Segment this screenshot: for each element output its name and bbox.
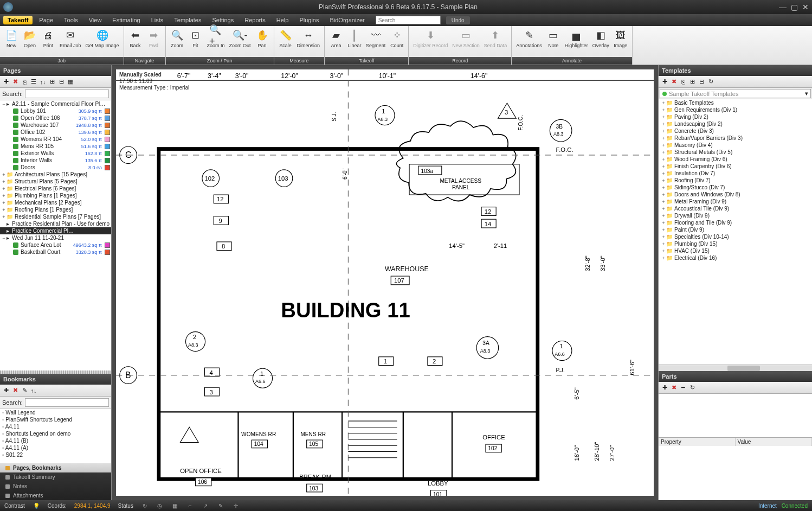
pages-tree[interactable]: −▸A2.11 - Sample Commercial Floor Pl…Lob…: [0, 100, 111, 371]
tmpl-refresh-icon[interactable]: ↻: [707, 78, 714, 86]
template-folder[interactable]: +📁Plumbing (Div 15): [659, 240, 812, 247]
drawing-canvas[interactable]: Manually Scaled 17.90 ± 11.09 Measuremen…: [112, 65, 658, 500]
undo-button[interactable]: Undo: [446, 16, 470, 24]
menu-reports[interactable]: Reports: [240, 16, 270, 24]
template-folder[interactable]: +📁Insulation (Div 7): [659, 170, 812, 177]
left-tab-notes[interactable]: Notes: [0, 482, 111, 491]
template-folder[interactable]: +📁Rebar/Vapor Barriers (Div 3): [659, 135, 812, 142]
ribbon-zoom-in[interactable]: 🔍+Zoom In: [205, 28, 227, 55]
ribbon-annotations[interactable]: ✎Annotations: [514, 28, 544, 55]
left-tab-takeoff-summary[interactable]: Takeoff Summary: [0, 472, 111, 482]
takeoff-item[interactable]: Exterior Walls162.8 π: [0, 150, 111, 157]
templates-scrollbar[interactable]: [659, 365, 812, 371]
ribbon-open[interactable]: 📂Open: [21, 28, 39, 55]
ribbon-back[interactable]: ⬅Back: [126, 28, 145, 55]
close-button[interactable]: ✕: [802, 3, 809, 11]
template-folder[interactable]: +📁Concrete (Div 3): [659, 127, 812, 135]
tmpl-del-icon[interactable]: ✖: [670, 78, 678, 86]
bookmark-item[interactable]: ▫ S01.22: [0, 451, 111, 458]
takeoff-item[interactable]: Basketball Court3320.3 sq π: [0, 248, 111, 256]
ribbon-image[interactable]: 🖼Image: [611, 28, 630, 55]
template-folder[interactable]: +📁Wood Framing (Div 6): [659, 156, 812, 163]
ribbon-print[interactable]: 🖨Print: [39, 28, 57, 55]
parts-refresh-icon[interactable]: ↻: [688, 384, 696, 392]
left-tab-pages-bookmarks[interactable]: Pages, Bookmarks: [0, 463, 111, 472]
pages-search-input[interactable]: [25, 90, 109, 98]
menu-page[interactable]: Page: [35, 16, 57, 24]
template-folder[interactable]: +📁Specialties (Div 10-14): [659, 233, 812, 240]
menu-tools[interactable]: Tools: [60, 16, 82, 24]
bm-sort-icon[interactable]: ↑↓: [30, 387, 37, 394]
tmpl-expand-icon[interactable]: ⊞: [688, 78, 696, 86]
bm-del-icon[interactable]: ✖: [11, 387, 19, 394]
template-folder[interactable]: +📁HVAC (Div 15): [659, 247, 812, 254]
collapse-icon[interactable]: ⊟: [57, 78, 65, 86]
bookmark-item[interactable]: ▫ A4.11: [0, 423, 111, 430]
ribbon-area[interactable]: ▰Area: [327, 28, 345, 55]
parts-pin-icon[interactable]: ━: [679, 384, 687, 392]
template-folder[interactable]: +📁Electrical (Div 16): [659, 254, 812, 261]
template-selector[interactable]: Sample Takeoff Templates ▾: [660, 89, 811, 98]
bookmark-item[interactable]: ▫ Wall Legend: [0, 409, 111, 416]
template-folder[interactable]: +📁Structural Metals (Div 5): [659, 149, 812, 156]
bm-new-icon[interactable]: ✚: [2, 387, 10, 394]
page-row[interactable]: ▸Practice Residential Plan - Use for dem…: [0, 220, 111, 227]
ribbon-highlighter[interactable]: ▅Highlighter: [563, 28, 590, 55]
ribbon-segment[interactable]: 〰Segment: [364, 28, 388, 55]
takeoff-item[interactable]: Office 102139.6 sq π: [0, 129, 111, 136]
page-row[interactable]: +📁Structural Plans [5 Pages]: [0, 178, 111, 185]
up-icon[interactable]: ↑↓: [39, 78, 47, 86]
template-folder[interactable]: +📁Accoustical Tile (Div 9): [659, 205, 812, 212]
ribbon-note[interactable]: ▭Note: [544, 28, 563, 55]
template-folder[interactable]: +📁Landscaping (Div 2): [659, 120, 812, 127]
bm-edit-icon[interactable]: ✎: [21, 387, 28, 394]
page-row[interactable]: −▸Wed Jun 11 11-20-21: [0, 234, 111, 241]
ribbon-get-map-image[interactable]: 🌐Get Map Image: [83, 28, 121, 55]
template-folder[interactable]: +📁Paving (Div 2): [659, 113, 812, 120]
ribbon-linear[interactable]: │Linear: [345, 28, 364, 55]
template-folder[interactable]: +📁Basic Templates: [659, 99, 812, 106]
copy-icon[interactable]: ⎘: [21, 78, 28, 86]
tmpl-collapse-icon[interactable]: ⊟: [698, 78, 705, 86]
props-icon[interactable]: ☰: [30, 78, 37, 86]
bookmark-item[interactable]: ▫ PlanSwift Shortcuts Legend: [0, 416, 111, 423]
template-folder[interactable]: +📁Finish Carpentry (Div 6): [659, 163, 812, 170]
takeoff-item[interactable]: Interior Walls135.6 π: [0, 157, 111, 164]
tmpl-new-icon[interactable]: ✚: [661, 78, 668, 86]
ribbon-scale[interactable]: 📏Scale: [276, 28, 295, 55]
bookmarks-list[interactable]: ▫ Wall Legend▫ PlanSwift Shortcuts Legen…: [0, 409, 111, 463]
minimize-button[interactable]: —: [779, 3, 787, 11]
ribbon-new[interactable]: 📄New: [2, 28, 21, 55]
template-folder[interactable]: +📁Gen Requirements (Div 1): [659, 106, 812, 113]
menu-lists[interactable]: Lists: [147, 16, 168, 24]
bulb-icon[interactable]: 💡: [33, 502, 40, 509]
takeoff-item[interactable]: Lobby 101305.9 sq π: [0, 107, 111, 114]
pen-icon[interactable]: ✎: [217, 502, 224, 509]
rotate-icon[interactable]: ↻: [141, 502, 149, 509]
tmpl-copy-icon[interactable]: ⎘: [679, 78, 687, 86]
page-row[interactable]: +📁Electrical Plans [6 Pages]: [0, 185, 111, 192]
delete-icon[interactable]: ✖: [11, 78, 19, 86]
takeoff-item[interactable]: Mens RR 10551.6 sq π: [0, 143, 111, 150]
page-row[interactable]: +📁Plumbing Plans [1 Pages]: [0, 192, 111, 199]
template-folder[interactable]: +📁Roofing (Div 7): [659, 177, 812, 184]
menu-plugins[interactable]: Plugins: [295, 16, 323, 24]
menu-templates[interactable]: Templates: [170, 16, 205, 24]
bookmark-item[interactable]: ▫ Shortcuts Legend on demo: [0, 430, 111, 437]
page-row[interactable]: +📁Architectural Plans [15 Pages]: [0, 171, 111, 178]
takeoff-item[interactable]: Warehouse 1071948.8 sq π: [0, 122, 111, 129]
ortho-icon[interactable]: ⌐: [186, 502, 194, 509]
grid-icon[interactable]: ▦: [67, 78, 74, 86]
crosshair-icon[interactable]: ✛: [232, 502, 240, 509]
bookmark-item[interactable]: ▫ A4.11 (B): [0, 437, 111, 444]
ribbon-zoom[interactable]: 🔍Zoom: [168, 28, 186, 55]
left-tab-attachments[interactable]: Attachments: [0, 491, 111, 500]
bm-search-input[interactable]: [25, 398, 109, 407]
expand-icon[interactable]: ⊞: [48, 78, 56, 86]
new-icon[interactable]: ✚: [2, 78, 10, 86]
grid-toggle-icon[interactable]: ▦: [171, 502, 179, 509]
snap-icon[interactable]: ↗: [202, 502, 209, 509]
page-row[interactable]: +📁Residential Sample Plans [7 Pages]: [0, 213, 111, 220]
contrast-label[interactable]: Contrast: [4, 503, 25, 509]
menu-takeoff[interactable]: Takeoff: [3, 16, 33, 24]
